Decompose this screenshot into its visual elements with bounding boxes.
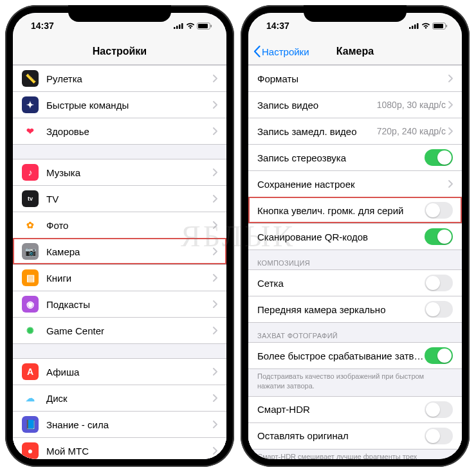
- books-icon: ▤: [22, 269, 39, 286]
- row-label: Оставлять оригинал: [257, 430, 425, 441]
- signal-icon: [174, 23, 184, 29]
- chevron-right-icon: [213, 195, 217, 203]
- section-header-composition: КОМПОЗИЦИЯ: [248, 250, 462, 269]
- camera-row-preserve[interactable]: Сохранение настроек: [248, 170, 462, 197]
- row-label: Знание - сила: [46, 419, 213, 430]
- row-label: Сохранение настроек: [257, 179, 448, 190]
- toggle-keep-original[interactable]: [425, 428, 453, 444]
- svg-rect-2: [179, 24, 181, 29]
- chevron-right-icon: [213, 101, 217, 109]
- znanie-icon: 📘: [22, 416, 39, 433]
- svg-rect-7: [409, 27, 411, 29]
- row-label: Сетка: [257, 278, 425, 289]
- svg-rect-3: [181, 23, 183, 29]
- status-time: 14:37: [31, 21, 54, 31]
- chevron-right-icon: [213, 274, 217, 282]
- chevron-right-icon: [448, 101, 453, 109]
- phone-left: 14:37 Настройки 📏Рулетка✦Быстрые команды…: [5, 5, 234, 467]
- settings-row-znanie[interactable]: 📘Знание - сила: [13, 411, 226, 437]
- chevron-right-icon: [213, 394, 217, 402]
- notch: [304, 5, 407, 22]
- chevron-right-icon: [213, 327, 217, 334]
- afisha-icon: A: [22, 363, 39, 380]
- camera-row-stereo[interactable]: Запись стереозвука: [248, 144, 462, 170]
- svg-rect-5: [198, 24, 208, 28]
- toggle-qr[interactable]: [425, 228, 453, 245]
- toggle-smart-hdr[interactable]: [425, 401, 453, 418]
- chevron-right-icon: [213, 168, 217, 176]
- row-label: Рулетка: [46, 73, 213, 84]
- back-label: Настройки: [262, 46, 309, 57]
- row-label: Сканирование QR-кодов: [257, 231, 425, 242]
- row-label: Game Center: [46, 325, 213, 336]
- roulette-icon: 📏: [22, 70, 39, 87]
- settings-list[interactable]: 📏Рулетка✦Быстрые команды❤Здоровье ♪Музык…: [13, 65, 226, 459]
- settings-row-shortcuts[interactable]: ✦Быстрые команды: [13, 91, 226, 118]
- settings-row-podcasts[interactable]: ◉Подкасты: [13, 291, 226, 317]
- wifi-icon: [186, 23, 195, 29]
- settings-row-mts[interactable]: ●Мой МТС: [13, 437, 226, 459]
- svg-rect-6: [211, 24, 212, 27]
- chevron-right-icon: [213, 300, 217, 308]
- back-button[interactable]: Настройки: [253, 46, 309, 57]
- camera-row-qr[interactable]: Сканирование QR-кодов: [248, 223, 462, 250]
- toggle-volume-burst[interactable]: [425, 202, 453, 219]
- disk-icon: ☁: [22, 390, 39, 406]
- camera-row-formats[interactable]: Форматы: [248, 65, 462, 91]
- battery-icon: [432, 23, 448, 30]
- svg-rect-1: [176, 26, 178, 29]
- settings-row-health[interactable]: ❤Здоровье: [13, 118, 226, 145]
- status-indicators: [174, 23, 212, 30]
- row-label: Кнопка увелич. громк. для серий: [257, 205, 425, 216]
- settings-row-photos[interactable]: ✿Фото: [13, 212, 226, 238]
- podcasts-icon: ◉: [22, 296, 39, 313]
- notch: [68, 5, 171, 22]
- settings-row-books[interactable]: ▤Книги: [13, 264, 226, 291]
- health-icon: ❤: [22, 123, 39, 140]
- row-label: Фото: [46, 220, 213, 231]
- section-header-capture: ЗАХВАТ ФОТОГРАФИЙ: [248, 323, 462, 342]
- camera-row-fast-shutter[interactable]: Более быстрое срабатывание затвора: [248, 342, 462, 369]
- settings-row-music[interactable]: ♪Музыка: [13, 159, 226, 185]
- settings-row-tv[interactable]: tvTV: [13, 185, 226, 212]
- toggle-stereo[interactable]: [425, 149, 453, 166]
- camera-icon: 📷: [22, 243, 39, 260]
- row-label: Быстрые команды: [46, 100, 213, 111]
- music-icon: ♪: [22, 164, 39, 181]
- svg-rect-0: [174, 27, 176, 29]
- settings-row-disk[interactable]: ☁Диск: [13, 385, 226, 411]
- camera-row-slomo[interactable]: Запись замедл. видео720p, 240 кадр/с: [248, 118, 462, 144]
- camera-row-smart-hdr[interactable]: Смарт-HDR: [248, 396, 462, 422]
- navbar-left: Настройки: [13, 39, 226, 65]
- footer-fast-shutter: Подстраивать качество изображений при бы…: [248, 369, 462, 396]
- page-title: Настройки: [93, 46, 147, 57]
- toggle-grid[interactable]: [425, 275, 453, 291]
- row-label: Смарт-HDR: [257, 404, 425, 415]
- settings-row-camera[interactable]: 📷Камера: [13, 238, 226, 264]
- settings-row-roulette[interactable]: 📏Рулетка: [13, 65, 226, 91]
- footer-hdr: Смарт-HDR смешивает лучшие фрагменты тре…: [248, 449, 462, 459]
- mts-icon: ●: [22, 442, 39, 459]
- tv-icon: tv: [22, 190, 39, 207]
- svg-rect-8: [412, 26, 414, 29]
- phone-right: 14:37 Настройки Камера ФорматыЗапись вид…: [241, 5, 470, 467]
- row-label: Передняя камера зеркально: [257, 304, 425, 315]
- camera-settings-list[interactable]: ФорматыЗапись видео1080p, 30 кадр/сЗапис…: [248, 65, 462, 459]
- camera-row-grid[interactable]: Сетка: [248, 269, 462, 296]
- gamecenter-icon: ✺: [22, 322, 39, 339]
- camera-row-mirror[interactable]: Передняя камера зеркально: [248, 296, 462, 323]
- camera-row-video[interactable]: Запись видео1080p, 30 кадр/с: [248, 91, 462, 118]
- row-label: Запись стереозвука: [257, 152, 425, 163]
- chevron-left-icon: [253, 46, 261, 57]
- status-indicators: [409, 23, 448, 30]
- settings-row-afisha[interactable]: AАфиша: [13, 358, 226, 385]
- toggle-fast-shutter[interactable]: [425, 347, 453, 364]
- settings-row-gamecenter[interactable]: ✺Game Center: [13, 317, 226, 344]
- camera-row-volume-burst[interactable]: Кнопка увелич. громк. для серий: [248, 197, 462, 223]
- chevron-right-icon: [448, 127, 453, 135]
- row-value: 720p, 240 кадр/с: [377, 126, 446, 136]
- toggle-mirror[interactable]: [425, 301, 453, 318]
- svg-rect-12: [434, 24, 443, 28]
- chevron-right-icon: [213, 421, 217, 428]
- camera-row-keep-original[interactable]: Оставлять оригинал: [248, 422, 462, 449]
